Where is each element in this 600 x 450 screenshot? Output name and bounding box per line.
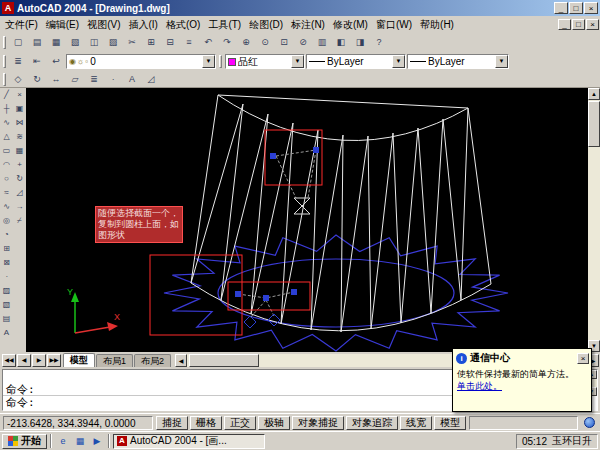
move-icon[interactable]: +	[13, 158, 26, 172]
revision-cloud-icon[interactable]: ≈	[0, 186, 13, 200]
chevron-down-icon[interactable]: ▼	[392, 55, 405, 68]
chevron-down-icon[interactable]: ▼	[495, 55, 508, 68]
tab-last-button[interactable]: ▶▶	[47, 354, 61, 367]
canvas-vertical-scrollbar[interactable]: ▲ ▼	[588, 88, 600, 352]
layer-dropdown[interactable]: ◉☼▫ 0 ▼	[66, 54, 216, 69]
plot-icon[interactable]: ▧	[66, 35, 84, 50]
minimize-button[interactable]: _	[554, 2, 568, 14]
open-file-icon[interactable]: ▤	[28, 35, 46, 50]
locate-point-icon[interactable]: ∙	[104, 72, 122, 87]
view-menu[interactable]: 视图(V)	[83, 17, 124, 33]
ortho-toggle[interactable]: 正交	[224, 416, 256, 430]
tool-palettes-icon[interactable]: ◨	[351, 35, 369, 50]
command-prompt[interactable]: 命令:	[6, 396, 35, 409]
media-player-icon[interactable]: ▶	[89, 434, 105, 448]
make-object-layer-current-icon[interactable]: ⇤	[28, 54, 46, 69]
osnap-toggle[interactable]: 对象捕捉	[292, 416, 344, 430]
ellipse-arc-icon[interactable]: ◔	[0, 228, 13, 242]
start-button[interactable]: 开始	[2, 434, 47, 449]
gradient-icon[interactable]: ▧	[0, 298, 13, 312]
array-icon[interactable]: ▦	[13, 144, 26, 158]
trim-icon[interactable]: ⌿	[13, 214, 26, 228]
make-block-icon[interactable]: ⊠	[0, 256, 13, 270]
format-menu[interactable]: 格式(O)	[162, 17, 204, 33]
layer-properties-icon[interactable]: ≣	[9, 54, 27, 69]
properties-icon[interactable]: ▥	[313, 35, 331, 50]
layer-previous-icon[interactable]: ↩	[47, 54, 65, 69]
new-file-icon[interactable]: ▢	[9, 35, 27, 50]
distance-icon[interactable]: ↔	[47, 72, 65, 87]
balloon-close-button[interactable]: ×	[577, 353, 589, 364]
child-close-button[interactable]: ×	[586, 19, 599, 30]
insert-menu[interactable]: 插入(I)	[124, 17, 161, 33]
communication-center-icon[interactable]	[581, 415, 597, 430]
text-style-icon[interactable]: A	[123, 72, 141, 87]
3d-orbit-icon[interactable]: ↻	[28, 72, 46, 87]
construction-line-icon[interactable]: ┼	[0, 102, 13, 116]
line-icon[interactable]: ╱	[0, 88, 13, 102]
show-desktop-icon[interactable]: ▦	[72, 434, 88, 448]
scrollbar-thumb[interactable]	[189, 354, 259, 367]
ellipse-icon[interactable]: ◎	[0, 214, 13, 228]
draw-menu[interactable]: 绘图(D)	[245, 17, 287, 33]
tab-layout1[interactable]: 布局1	[96, 354, 133, 367]
polygon-icon[interactable]: △	[0, 130, 13, 144]
tools-menu[interactable]: 工具(T)	[204, 17, 245, 33]
area-icon[interactable]: ▱	[66, 72, 84, 87]
grid-toggle[interactable]: 栅格	[190, 416, 222, 430]
rectangle-icon[interactable]: ▭	[0, 144, 13, 158]
zoom-realtime-icon[interactable]: ⊙	[256, 35, 274, 50]
chevron-down-icon[interactable]: ▼	[291, 55, 304, 68]
rotate-icon[interactable]: ↻	[13, 172, 26, 186]
paste-icon[interactable]: ⊟	[161, 35, 179, 50]
child-minimize-button[interactable]: _	[558, 19, 571, 30]
pan-icon[interactable]: ⊕	[237, 35, 255, 50]
ie-icon[interactable]: e	[55, 434, 71, 448]
tab-model[interactable]: 模型	[63, 353, 95, 367]
scrollbar-thumb[interactable]	[588, 101, 600, 147]
redo-icon[interactable]: ↷	[218, 35, 236, 50]
spline-icon[interactable]: ∿	[0, 200, 13, 214]
lineweight-dropdown[interactable]: ByLayer ▼	[407, 54, 509, 69]
arc-icon[interactable]: ◠	[0, 158, 13, 172]
zoom-window-icon[interactable]: ⊡	[275, 35, 293, 50]
polar-toggle[interactable]: 极轴	[258, 416, 290, 430]
tab-prev-button[interactable]: ◀	[17, 354, 31, 367]
dimension-style-icon[interactable]: ◿	[142, 72, 160, 87]
scale-icon[interactable]: ◿	[13, 186, 26, 200]
zoom-previous-icon[interactable]: ⊘	[294, 35, 312, 50]
toolbar-grip[interactable]	[3, 55, 6, 68]
point-icon[interactable]: ∙	[0, 270, 13, 284]
drawing-canvas[interactable]: Y X 随便选择截面一个，复制到圆柱上面，如图形状	[26, 88, 588, 352]
copy-object-icon[interactable]: ▣	[13, 102, 26, 116]
hatch-icon[interactable]: ▨	[0, 284, 13, 298]
toolbar-grip[interactable]	[3, 36, 6, 49]
cut-icon[interactable]: ✂	[123, 35, 141, 50]
named-views-icon[interactable]: ◇	[9, 72, 27, 87]
close-button[interactable]: ×	[584, 2, 598, 14]
toolbar-grip[interactable]	[219, 55, 222, 68]
mirror-icon[interactable]: ⋈	[13, 116, 26, 130]
undo-icon[interactable]: ↶	[199, 35, 217, 50]
region-icon[interactable]: ▤	[0, 312, 13, 326]
tab-first-button[interactable]: ◀◀	[2, 354, 16, 367]
polyline-icon[interactable]: ∿	[0, 116, 13, 130]
restore-button[interactable]: □	[569, 2, 583, 14]
edit-menu[interactable]: 编辑(E)	[42, 17, 83, 33]
list-icon[interactable]: ≣	[85, 72, 103, 87]
chevron-down-icon[interactable]: ▼	[202, 55, 215, 68]
model-toggle[interactable]: 模型	[434, 416, 466, 430]
save-icon[interactable]: ▦	[47, 35, 65, 50]
help-menu[interactable]: 帮助(H)	[416, 17, 458, 33]
circle-icon[interactable]: ○	[0, 172, 13, 186]
child-restore-button[interactable]: □	[572, 19, 585, 30]
publish-icon[interactable]: ▨	[104, 35, 122, 50]
modify-menu[interactable]: 修改(M)	[329, 17, 372, 33]
multiline-text-icon[interactable]: A	[0, 326, 13, 340]
insert-block-icon[interactable]: ⊞	[0, 242, 13, 256]
erase-icon[interactable]: ×	[13, 88, 26, 102]
stretch-icon[interactable]: →	[13, 200, 26, 214]
scroll-left-icon[interactable]: ◀	[175, 354, 187, 367]
tab-layout2[interactable]: 布局2	[134, 354, 171, 367]
window-menu[interactable]: 窗口(W)	[372, 17, 416, 33]
